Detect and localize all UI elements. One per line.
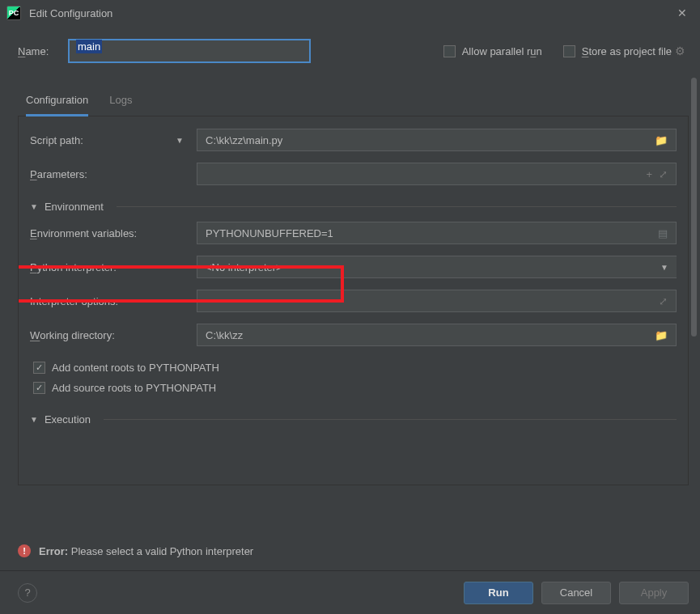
script-path-label: Script path: ▼	[30, 134, 197, 146]
error-prefix: Error:	[39, 545, 68, 557]
add-content-roots-label: Add content roots to PYTHONPATH	[52, 362, 219, 374]
python-interpreter-dropdown[interactable]: <No interpreter> ▼	[197, 256, 677, 278]
row-python-interpreter: Python interpreter: <No interpreter> ▼	[30, 255, 677, 279]
env-vars-label: Environment variables:	[30, 227, 197, 239]
row-env-vars: Environment variables: PYTHONUNBUFFERED=…	[30, 221, 677, 245]
error-icon: !	[18, 544, 31, 557]
tabs: Configuration Logs	[18, 73, 689, 116]
checkbox-checked-icon	[33, 382, 45, 394]
tab-logs[interactable]: Logs	[109, 94, 132, 116]
plus-icon[interactable]: +	[646, 168, 652, 180]
cancel-button[interactable]: Cancel	[541, 582, 611, 604]
row-interpreter-options: Interpreter options: ⤢	[30, 289, 677, 313]
name-input-value: main	[76, 40, 102, 53]
tab-configuration[interactable]: Configuration	[26, 94, 88, 116]
name-label: Name:	[18, 45, 68, 57]
titlebar: PC Edit Configuration ✕	[0, 0, 700, 26]
chevron-down-icon: ▼	[660, 263, 668, 272]
scrollbar[interactable]	[691, 78, 697, 337]
apply-button[interactable]: Apply	[619, 582, 689, 604]
name-row: Name: main Allow parallel run Store as p…	[0, 26, 700, 73]
allow-parallel-run-checkbox[interactable]: Allow parallel run	[443, 45, 542, 57]
bottom-bar: ? Run Cancel Apply	[0, 570, 700, 614]
interpreter-options-field[interactable]: ⤢	[197, 290, 677, 312]
environment-section-header[interactable]: ▼ Environment	[30, 201, 677, 213]
run-button[interactable]: Run	[464, 582, 533, 604]
working-directory-label: Working directory:	[30, 329, 197, 341]
content-frame: Configuration Logs Script path: ▼ C:\kk\…	[18, 73, 689, 493]
list-icon[interactable]: ▤	[658, 227, 668, 239]
working-directory-field[interactable]: C:\kk\zz 📁	[197, 324, 677, 346]
help-button[interactable]: ?	[18, 583, 37, 603]
checkbox-icon	[563, 45, 575, 57]
pycharm-app-icon: PC	[6, 6, 21, 20]
script-path-field[interactable]: C:\kk\zz\main.py 📁	[197, 129, 677, 151]
interpreter-options-label: Interpreter options:	[30, 295, 197, 307]
execution-section-label: Execution	[45, 413, 91, 426]
expand-icon[interactable]: ⤢	[659, 295, 668, 307]
name-input[interactable]: main	[68, 39, 311, 63]
chevron-down-icon: ▼	[30, 202, 38, 211]
chevron-down-icon[interactable]: ▼	[176, 136, 184, 145]
window-title: Edit Configuration	[29, 7, 672, 19]
execution-section-header[interactable]: ▼ Execution	[30, 413, 677, 426]
python-interpreter-value: <No interpreter>	[206, 261, 282, 273]
script-path-value: C:\kk\zz\main.py	[206, 134, 282, 146]
python-interpreter-label: Python interpreter:	[30, 261, 197, 273]
parameters-field[interactable]: + ⤢	[197, 163, 677, 185]
error-message: Please select a valid Python interpreter	[68, 545, 253, 557]
row-parameters: Parameters: + ⤢	[30, 162, 677, 186]
store-as-project-file-label: Store as project file	[582, 45, 672, 57]
working-directory-value: C:\kk\zz	[206, 329, 243, 341]
gear-icon[interactable]: ⚙	[675, 44, 685, 57]
folder-icon[interactable]: 📁	[655, 329, 668, 341]
env-vars-value: PYTHONUNBUFFERED=1	[206, 227, 333, 239]
store-as-project-file-checkbox[interactable]: Store as project file ⚙	[563, 44, 685, 57]
divider	[104, 419, 677, 420]
close-button[interactable]: ✕	[672, 6, 692, 19]
allow-parallel-run-label: Allow parallel run	[462, 45, 542, 57]
chevron-down-icon: ▼	[30, 415, 38, 424]
checkbox-checked-icon	[33, 362, 45, 374]
add-source-roots-checkbox[interactable]: Add source roots to PYTHONPATH	[33, 382, 677, 394]
parameters-label: Parameters:	[30, 168, 197, 180]
folder-icon[interactable]: 📁	[655, 134, 668, 146]
environment-section-label: Environment	[45, 201, 104, 213]
row-script-path: Script path: ▼ C:\kk\zz\main.py 📁	[30, 128, 677, 152]
env-vars-field[interactable]: PYTHONUNBUFFERED=1 ▤	[197, 222, 677, 244]
checkbox-icon	[443, 45, 456, 57]
divider	[117, 206, 677, 207]
expand-icon[interactable]: ⤢	[659, 168, 668, 180]
error-bar: ! Error: Please select a valid Python in…	[18, 538, 689, 564]
add-content-roots-checkbox[interactable]: Add content roots to PYTHONPATH	[33, 362, 677, 374]
row-working-directory: Working directory: C:\kk\zz 📁	[30, 323, 677, 347]
config-panel: Script path: ▼ C:\kk\zz\main.py 📁 Parame…	[18, 116, 689, 485]
add-source-roots-label: Add source roots to PYTHONPATH	[52, 382, 216, 394]
